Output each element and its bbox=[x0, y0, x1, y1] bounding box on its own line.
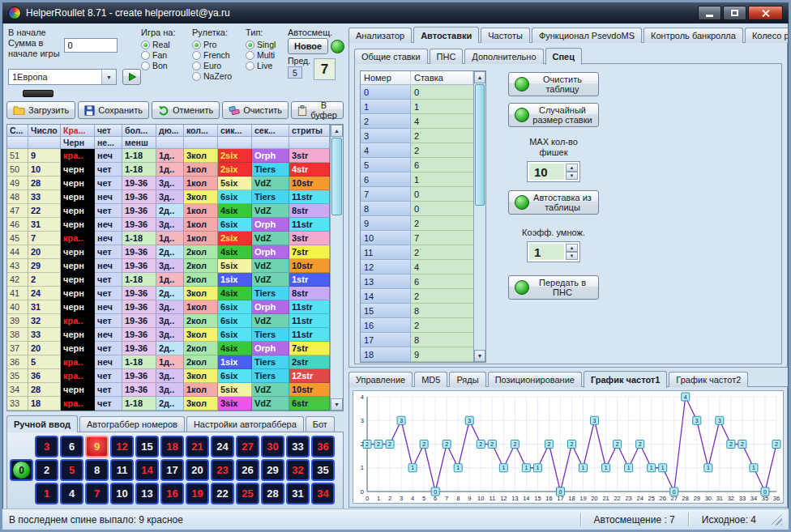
bet-number-cell[interactable]: 8 bbox=[361, 202, 411, 216]
radio-bon[interactable]: Bon bbox=[141, 61, 175, 71]
roulette-number-23[interactable]: 23 bbox=[211, 459, 234, 481]
scroll-down-icon[interactable]: ▼ bbox=[474, 350, 485, 362]
roulette-number-12[interactable]: 12 bbox=[110, 436, 134, 458]
roulette-number-22[interactable]: 22 bbox=[211, 483, 234, 504]
bet-number-cell[interactable]: 10 bbox=[361, 231, 411, 245]
bet-value-cell[interactable]: 7 bbox=[411, 231, 473, 245]
roulette-number-11[interactable]: 11 bbox=[110, 459, 134, 481]
bet-value-cell[interactable]: 0 bbox=[411, 202, 473, 216]
spinner-down-icon[interactable]: ▼ bbox=[566, 172, 578, 180]
bet-value-cell[interactable]: 6 bbox=[411, 275, 473, 289]
bet-number-cell[interactable]: 3 bbox=[361, 129, 411, 143]
tab-график-частот1[interactable]: График частот1 bbox=[584, 371, 667, 388]
spinner-up-icon[interactable]: ▲ bbox=[566, 164, 578, 172]
radio-fan[interactable]: Fan bbox=[141, 50, 175, 61]
bet-value-cell[interactable]: 2 bbox=[411, 245, 473, 260]
history-scrollbar[interactable]: ▲ ▼ bbox=[330, 125, 343, 411]
roulette-number-2[interactable]: 2 bbox=[35, 459, 58, 481]
roulette-number-7[interactable]: 7 bbox=[85, 483, 109, 504]
bet-value-cell[interactable]: 4 bbox=[411, 260, 473, 275]
tab-спец[interactable]: Спец bbox=[545, 48, 582, 65]
bet-value-cell[interactable]: 2 bbox=[411, 318, 473, 333]
roulette-number-10[interactable]: 10 bbox=[110, 483, 134, 504]
bet-number-cell[interactable]: 0 bbox=[361, 85, 411, 100]
roulette-number-3[interactable]: 3 bbox=[35, 436, 58, 458]
roulette-number-4[interactable]: 4 bbox=[60, 483, 83, 504]
bet-number-cell[interactable]: 6 bbox=[361, 172, 411, 187]
resize-grip[interactable] bbox=[771, 514, 782, 526]
bet-number-cell[interactable]: 18 bbox=[361, 347, 411, 362]
roulette-number-18[interactable]: 18 bbox=[160, 436, 184, 458]
tab-управление[interactable]: Управление bbox=[348, 372, 413, 387]
load-button[interactable]: Загрузить bbox=[6, 101, 75, 119]
bet-number-cell[interactable]: 16 bbox=[361, 318, 411, 333]
roulette-number-29[interactable]: 29 bbox=[261, 459, 284, 481]
bet-value-cell[interactable]: 1 bbox=[411, 172, 473, 187]
bet-number-cell[interactable]: 4 bbox=[361, 143, 411, 158]
bet-number-cell[interactable]: 2 bbox=[361, 114, 411, 129]
scroll-up-icon[interactable]: ▲ bbox=[331, 125, 343, 137]
undo-button[interactable]: Отменить bbox=[152, 101, 220, 119]
bet-number-cell[interactable]: 1 bbox=[361, 100, 411, 114]
bet-value-cell[interactable]: 2 bbox=[411, 216, 473, 231]
tab-частоты[interactable]: Частоты bbox=[481, 28, 530, 43]
minimize-button[interactable] bbox=[698, 6, 721, 20]
tab-функционал-psevdoms[interactable]: Функционал PsevdoMS bbox=[532, 28, 642, 43]
close-button[interactable] bbox=[748, 6, 783, 20]
start-sum-input[interactable] bbox=[64, 38, 118, 53]
roulette-number-5[interactable]: 5 bbox=[60, 459, 83, 481]
scroll-up-icon[interactable]: ▲ bbox=[474, 71, 485, 83]
radio-multi[interactable]: Multi bbox=[246, 50, 276, 61]
coef-input[interactable]: 1 ▲ ▼ bbox=[527, 241, 580, 262]
tab-автоставки[interactable]: Автоставки bbox=[413, 27, 479, 43]
bet-number-cell[interactable]: 7 bbox=[361, 187, 411, 202]
tab-анализатор[interactable]: Анализатор bbox=[348, 28, 412, 43]
roulette-number-32[interactable]: 32 bbox=[286, 459, 310, 481]
bet-value-cell[interactable]: 8 bbox=[411, 333, 473, 347]
radio-live[interactable]: Live bbox=[246, 61, 276, 71]
tab-автограббер-номеров[interactable]: Автограббер номеров bbox=[79, 416, 185, 432]
bet-number-cell[interactable]: 11 bbox=[361, 245, 411, 260]
roulette-number-25[interactable]: 25 bbox=[236, 483, 259, 504]
roulette-number-36[interactable]: 36 bbox=[311, 436, 335, 458]
scroll-thumb[interactable] bbox=[475, 84, 485, 206]
radio-pro[interactable]: Pro bbox=[192, 40, 232, 50]
roulette-number-35[interactable]: 35 bbox=[311, 459, 335, 481]
roulette-number-8[interactable]: 8 bbox=[85, 459, 109, 481]
radio-singl[interactable]: Singl bbox=[246, 40, 276, 50]
preset-combobox[interactable]: 1Европа ▼ bbox=[8, 69, 117, 85]
roulette-number-9[interactable]: 9 bbox=[85, 436, 109, 458]
roulette-number-13[interactable]: 13 bbox=[135, 483, 159, 504]
tab-позиционирование[interactable]: Позиционирование bbox=[488, 372, 582, 387]
tab-ручной-ввод[interactable]: Ручной ввод bbox=[6, 415, 78, 432]
bet-number-cell[interactable]: 15 bbox=[361, 304, 411, 318]
roulette-number-34[interactable]: 34 bbox=[311, 483, 335, 504]
bet-number-cell[interactable]: 13 bbox=[361, 275, 411, 289]
save-button[interactable]: Сохранить bbox=[78, 101, 149, 119]
bet-number-cell[interactable]: 14 bbox=[361, 289, 411, 304]
clear-button[interactable]: Очистить bbox=[222, 101, 289, 119]
roulette-number-24[interactable]: 24 bbox=[211, 436, 234, 458]
roulette-number-27[interactable]: 27 bbox=[236, 436, 259, 458]
bet-number-cell[interactable]: 9 bbox=[361, 216, 411, 231]
bet-value-cell[interactable]: 2 bbox=[411, 143, 473, 158]
maximize-button[interactable] bbox=[723, 6, 746, 20]
bet-value-cell[interactable]: 2 bbox=[411, 289, 473, 304]
bet-value-cell[interactable]: 6 bbox=[411, 158, 473, 172]
clear-bet-table-button[interactable]: Очистить таблицу bbox=[508, 72, 599, 96]
tab-колесо-ру[interactable]: Колесо ру bbox=[745, 28, 788, 43]
tab-контроль-банкролла[interactable]: Контроль банкролла bbox=[643, 28, 743, 43]
scroll-down-icon[interactable]: ▼ bbox=[331, 398, 343, 411]
bet-value-cell[interactable]: 0 bbox=[411, 187, 473, 202]
roulette-number-6[interactable]: 6 bbox=[60, 436, 83, 458]
bet-value-cell[interactable]: 9 bbox=[411, 347, 473, 362]
dropdown-arrow-icon[interactable]: ▼ bbox=[101, 70, 116, 84]
roulette-number-0[interactable]: 0 bbox=[10, 459, 33, 481]
tab-общие-ставки[interactable]: Общие ставки bbox=[354, 49, 428, 64]
roulette-number-15[interactable]: 15 bbox=[135, 436, 159, 458]
tab-ряды[interactable]: Ряды bbox=[449, 372, 485, 387]
tab-md5[interactable]: MD5 bbox=[414, 372, 447, 387]
bet-table-scrollbar[interactable]: ▲ ▼ bbox=[473, 71, 485, 362]
tab-дополнительно[interactable]: Дополнительно bbox=[464, 49, 543, 64]
bet-number-cell[interactable]: 5 bbox=[361, 158, 411, 172]
